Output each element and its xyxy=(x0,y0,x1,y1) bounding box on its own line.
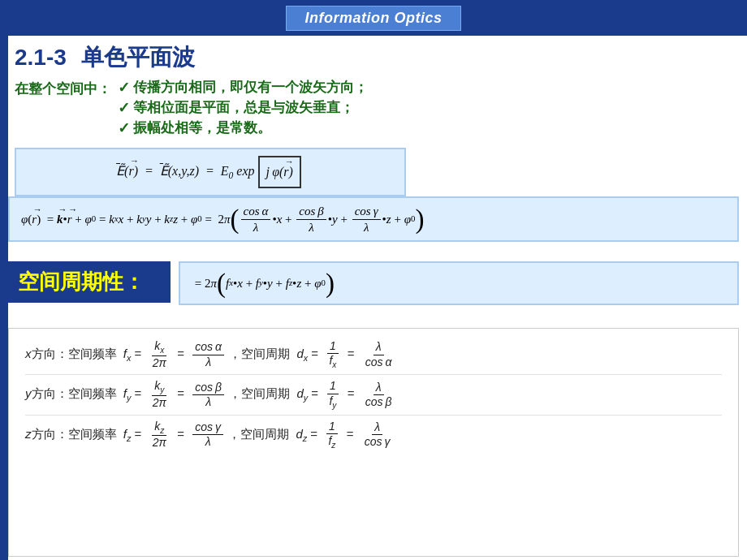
section-name: 单色平面波 xyxy=(81,42,195,73)
formula-e-content: Ẽ(r→) = Ẽ(x,y,z) = E0 exp j φ(r→) xyxy=(116,156,304,188)
checkmark-1: ✓ xyxy=(118,79,130,97)
check-item-1: ✓ 传播方向相同，即仅有一个波矢方向； xyxy=(118,78,368,97)
check-item-2: ✓ 等相位面是平面，总是与波矢垂直； xyxy=(118,98,368,117)
freq-label-x: x方向：空间频率 fx = kx 2π = cos α λ ， xyxy=(25,340,241,369)
subtitle-label: 在整个空间中： xyxy=(15,80,111,98)
bottom-freq-area: x方向：空间频率 fx = kx 2π = cos α λ ， 空间周期 xyxy=(8,328,739,557)
content-area: 2.1-3 单色平面波 在整个空间中： ✓ 传播方向相同，即仅有一个波矢方向； … xyxy=(0,36,747,560)
formula-box-phi: φ(r→) = k→ • r→ + φ0 = kxx + kyy + kzz +… xyxy=(8,196,739,242)
check-text-3: 振幅处相等，是常数。 xyxy=(133,118,271,137)
formula-box-2pi: = 2π ( fx•x + fy•y + fz•z + φ0 ) xyxy=(179,261,739,305)
subtitle-row: 在整个空间中： ✓ 传播方向相同，即仅有一个波矢方向； ✓ 等相位面是平面，总是… xyxy=(15,78,739,137)
spatial-periodicity-label: 空间周期性： xyxy=(8,261,171,303)
section-number: 2.1-3 xyxy=(15,45,67,71)
spatial-periodicity-text: 空间周期性： xyxy=(18,268,145,296)
period-formula-x: 空间周期 dx = 1 fx = λ cos α xyxy=(241,340,722,369)
freq-row-y: y方向：空间频率 fy = ky 2π = cos β λ ， 空间周期 xyxy=(25,375,722,415)
formula-phi-content: φ(r→) = k→ • r→ + φ0 = kxx + kyy + kzz +… xyxy=(21,205,726,234)
freq-label-y: y方向：空间频率 fy = ky 2π = cos β λ ， xyxy=(25,380,241,409)
check-text-2: 等相位面是平面，总是与波矢垂直； xyxy=(133,98,354,117)
header-title: Information Optics xyxy=(286,6,460,31)
formula-2pi-content: = 2π ( fx•x + fy•y + fz•z + φ0 ) xyxy=(192,268,726,299)
period-formula-z: 空间周期 dz = 1 fz = λ cos γ xyxy=(240,420,722,450)
formula-box-e: Ẽ(r→) = Ẽ(x,y,z) = E0 exp j φ(r→) xyxy=(15,148,406,196)
check-text-1: 传播方向相同，即仅有一个波矢方向； xyxy=(133,78,368,97)
header-bar: Information Optics xyxy=(0,0,747,36)
slide: Information Optics 2.1-3 单色平面波 在整个空间中： ✓… xyxy=(0,0,747,560)
freq-row-x: x方向：空间频率 fx = kx 2π = cos α λ ， 空间周期 xyxy=(25,335,722,375)
freq-row-z: z方向：空间频率 fz = kz 2π = cos γ λ ， 空间周期 xyxy=(25,416,722,454)
left-strip xyxy=(0,36,8,560)
checkmark-3: ✓ xyxy=(118,119,130,137)
checklist: ✓ 传播方向相同，即仅有一个波矢方向； ✓ 等相位面是平面，总是与波矢垂直； ✓… xyxy=(118,78,368,137)
check-item-3: ✓ 振幅处相等，是常数。 xyxy=(118,118,368,137)
period-formula-y: 空间周期 dy = 1 fy = λ cos β xyxy=(241,380,722,409)
checkmark-2: ✓ xyxy=(118,99,130,117)
freq-label-z: z方向：空间频率 fz = kz 2π = cos γ λ ， xyxy=(25,420,240,450)
section-title: 2.1-3 单色平面波 xyxy=(15,42,747,73)
